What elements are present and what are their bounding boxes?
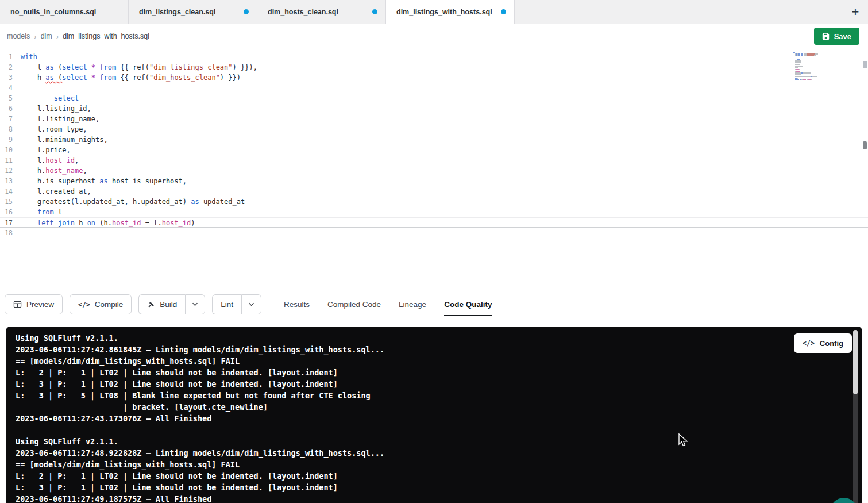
terminal-scrollbar-thumb[interactable] [853,330,858,394]
code-line[interactable]: 12 h.host_name, [0,166,868,176]
lint-button[interactable]: Lint [212,294,241,314]
tab-compiled-code[interactable]: Compiled Code [327,293,381,316]
terminal-line: L: 2 | P: 1 | LT02 | Line should not be … [16,367,837,378]
terminal-line: L: 2 | P: 1 | LT02 | Line should not be … [16,470,837,482]
editor-tab[interactable]: no_nulls_in_columns.sql [0,0,129,24]
editor-tab[interactable]: dim_listings_with_hosts.sql [386,0,515,24]
action-toolbar: Preview </> Compile Build [0,293,868,316]
minimap-line [793,66,835,67]
line-number: 7 [0,114,21,124]
tab-label: dim_listings_with_hosts.sql [396,8,492,16]
terminal-output: Using SQLFluff v2.1.1.2023-06-06T11:27:4… [16,332,837,503]
breadcrumb: models›dim›dim_listings_with_hosts.sql [7,24,149,49]
line-number: 11 [0,155,21,166]
tab-code-quality[interactable]: Code Quality [444,293,492,316]
plus-icon: + [852,5,859,19]
breadcrumb-item[interactable]: dim_listings_with_hosts.sql [63,32,149,40]
chevron-down-icon [248,302,254,306]
minimap-line [793,67,835,68]
code-line[interactable]: 15 greatest(l.updated_at, h.updated_at) … [0,197,868,207]
minimap-line [793,55,835,56]
breadcrumb-bar: models›dim›dim_listings_with_hosts.sql S… [0,24,868,49]
code-line[interactable]: 1with [0,52,868,62]
breadcrumb-item[interactable]: models [7,32,30,40]
compile-button-label: Compile [95,300,124,309]
terminal-line: == [models/dim/dim_listings_with_hosts.s… [16,355,837,367]
minimap-line [793,78,835,79]
code-text: l.listing_id, [21,103,91,114]
lint-button-label: Lint [221,300,233,309]
scrollbar-thumb[interactable] [863,141,867,149]
code-line[interactable]: 11 l.host_id, [0,155,868,166]
lint-dropdown-button[interactable] [241,294,261,314]
code-line[interactable]: 4 [0,83,868,93]
code-line[interactable]: 9 l.minimum_nights, [0,135,868,145]
scrollbar-annotation [863,61,867,68]
line-number: 12 [0,166,21,176]
code-line[interactable]: 16 from l [0,207,868,217]
unsaved-dot-icon [501,9,506,14]
code-text: left join h on (h.host_id = l.host_id) [21,218,195,227]
breadcrumb-separator-icon: › [34,32,36,41]
code-line[interactable]: 18 [0,228,868,238]
new-tab-button[interactable]: + [843,0,868,24]
code-line[interactable]: 10 l.price, [0,145,868,155]
breadcrumb-item[interactable]: dim [41,32,52,40]
code-line[interactable]: 3 h as (select * from {{ ref("dim_hosts_… [0,72,868,83]
unsaved-dot-icon [244,9,249,14]
breadcrumb-separator-icon: › [56,32,59,41]
minimap-line [793,71,835,72]
config-button[interactable]: </> Config [794,333,852,353]
code-line[interactable]: 13 h.is_superhost as host_is_superhost, [0,176,868,186]
compile-button[interactable]: </> Compile [70,294,132,314]
code-lines: 1with2 l as (select * from {{ ref("dim_l… [0,52,868,238]
code-text: h.is_superhost as host_is_superhost, [21,176,187,186]
terminal-line: 2023-06-06T11:27:42.861845Z — Linting mo… [16,344,837,355]
code-editor[interactable]: 1with2 l as (select * from {{ ref("dim_l… [0,49,868,293]
terminal-line: L: 3 | P: 1 | LT02 | Line should not be … [16,482,837,493]
minimap[interactable] [793,52,835,83]
editor-tab[interactable]: dim_hosts_clean.sql [257,0,386,24]
code-line[interactable]: 2 l as (select * from {{ ref("dim_listin… [0,62,868,72]
tab-strip: no_nulls_in_columns.sqldim_listings_clea… [0,0,515,24]
code-line[interactable]: 6 l.listing_id, [0,103,868,114]
line-number: 3 [0,72,21,83]
line-number: 1 [0,52,21,62]
save-button[interactable]: Save [814,28,859,45]
code-text: with [21,52,37,62]
code-line[interactable]: 8 l.room_type, [0,124,868,135]
editor-scrollbar[interactable] [863,49,867,293]
dbt-ide-window: no_nulls_in_columns.sqldim_listings_clea… [0,0,868,503]
line-number: 16 [0,207,21,217]
code-text: greatest(l.updated_at, h.updated_at) as … [21,197,245,207]
tab-lineage[interactable]: Lineage [399,293,426,316]
terminal-line [16,424,837,436]
code-text: l.created_at, [21,186,91,197]
build-dropdown-button[interactable] [185,294,205,314]
minimap-line [793,62,835,63]
line-number: 18 [0,228,21,238]
build-button-group: Build [138,294,205,314]
minimap-line [793,72,835,74]
code-text: from l [21,207,62,217]
code-line[interactable]: 17 left join h on (h.host_id = l.host_id… [0,217,868,228]
tab-label: no_nulls_in_columns.sql [10,8,96,16]
editor-tab[interactable]: dim_listings_clean.sql [129,0,257,24]
minimap-line [793,69,835,70]
code-text: l.price, [21,145,71,155]
tab-results[interactable]: Results [284,293,310,316]
toolbar-buttons: Preview </> Compile Build [5,294,261,314]
minimap-line [793,76,835,77]
minimap-line [793,57,835,58]
code-line[interactable]: 5 select [0,93,868,103]
preview-button[interactable]: Preview [5,294,63,314]
terminal-line: L: 3 | P: 5 | LT08 | Blank line expected… [16,390,837,401]
code-text: l.host_id, [21,155,79,166]
code-line[interactable]: 14 l.created_at, [0,186,868,197]
build-button[interactable]: Build [138,294,185,314]
terminal-line: == [models/dim/dim_listings_with_hosts.s… [16,459,837,470]
terminal-scrollbar[interactable] [853,330,858,503]
code-line[interactable]: 7 l.listing_name, [0,114,868,124]
build-button-label: Build [160,300,177,309]
chevron-down-icon [192,302,198,306]
